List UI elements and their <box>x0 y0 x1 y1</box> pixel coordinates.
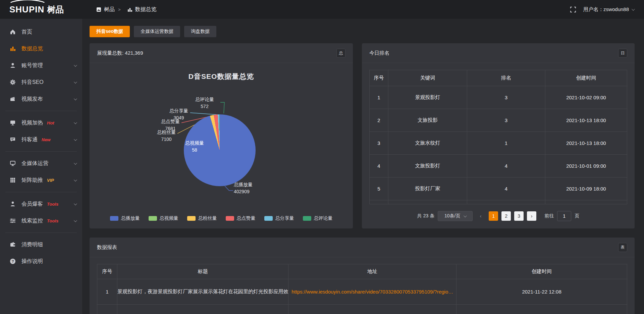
legend-item[interactable]: 总评论量 <box>303 215 333 221</box>
chevron-down-icon <box>464 214 467 217</box>
legend-item[interactable]: 总点赞量 <box>226 215 256 221</box>
sidebar-item-label: 会员爆客 <box>21 201 43 208</box>
sidebar-item-label: 矩阵助推 <box>21 177 43 184</box>
pie-label-comment: 总评论量572 <box>195 96 215 110</box>
sidebar-item-account[interactable]: 账号管理 <box>0 57 82 74</box>
cell-rank: 4 <box>467 177 545 200</box>
sidebar-item-home[interactable]: 首页 <box>0 23 82 40</box>
cell-no: 3 <box>370 132 388 155</box>
legend-item[interactable]: 总播放量 <box>110 215 140 221</box>
column-header: 创建时间 <box>457 264 627 279</box>
badge-tools: Tools <box>47 202 58 207</box>
table-row: 1景观投影灯，夜游景观投影灯厂家展示展示落花灯在花园里的灯光投影应用效果 #ht… <box>97 279 627 305</box>
sidebar-item-data-overview[interactable]: 数据总览 <box>0 40 82 57</box>
sidebar-item-omnimedia[interactable]: 全媒体运营 <box>0 155 82 172</box>
chevron-down-icon <box>74 202 77 205</box>
page-size-select[interactable]: 10条/页 <box>438 211 473 221</box>
total-count: 共 23 条 <box>417 213 434 219</box>
sidebar-divider <box>5 232 77 233</box>
table-row: 5投影灯厂家42021-10-09 18:00 <box>370 177 627 200</box>
sidebar-item-label: 消费明细 <box>21 241 43 248</box>
pie-chart-area: D音SEO数据量总览 总评论量572 总分享量3049 <box>90 63 353 228</box>
chevron-down-icon <box>74 138 77 141</box>
report-corner-button[interactable]: 表 <box>618 243 627 252</box>
chevron-down-icon <box>74 121 77 124</box>
report-link[interactable]: https://www.iesdouyin.com/share/video/70… <box>288 279 457 305</box>
page-button-1[interactable]: 1 <box>489 211 498 221</box>
sidebar-item-video-heat[interactable]: 视频加热 Hot <box>0 114 82 131</box>
sidebar-item-label: 抖音SEO <box>21 79 44 86</box>
sidebar: 首页 数据总览 账号管理 抖音SEO 视频发布 <box>0 19 82 314</box>
user-menu[interactable]: 用户名：zswodun88 <box>583 6 634 13</box>
cell-no: 5 <box>370 177 388 200</box>
tab-omnimedia-data[interactable]: 全媒体运营数据 <box>134 26 180 37</box>
chevron-down-icon <box>74 161 77 165</box>
tab-douyin-seo-data[interactable]: 抖音seo数据 <box>90 26 130 37</box>
table-row: 2文旅投影32021-10-13 18:00 <box>370 109 627 132</box>
cell-time: 2021-10-13 18:00 <box>545 109 627 132</box>
ranking-panel: 今日排名 日 序号 关键词 排名 创建时间 1景观投影灯32021-10-02 … <box>362 43 635 228</box>
sidebar-item-member-burst[interactable]: 会员爆客 Tools <box>0 196 82 212</box>
sidebar-item-douyin-seo[interactable]: 抖音SEO <box>0 74 82 91</box>
ranking-table: 序号 关键词 排名 创建时间 1景观投影灯32021-10-02 09:002文… <box>369 70 627 204</box>
overview-corner-button[interactable]: 总 <box>336 49 345 58</box>
legend-item[interactable]: 总粉丝量 <box>187 215 217 221</box>
sidebar-divider <box>5 151 77 152</box>
cell-keyword: 景观投影灯 <box>388 86 467 109</box>
legend-item[interactable]: 总分享量 <box>264 215 294 221</box>
chevron-down-icon <box>74 80 77 84</box>
breadcrumb-root[interactable]: 树品 <box>104 6 115 13</box>
breadcrumb-current: 数据总览 <box>135 6 157 13</box>
cell-no: 2 <box>370 109 388 132</box>
sidebar-item-label: 视频发布 <box>21 96 43 103</box>
legend-label: 总评论量 <box>314 215 333 221</box>
ranking-panel-title: 今日排名 <box>369 50 389 56</box>
sidebar-divider <box>5 192 77 192</box>
tab-inquiry-data[interactable]: 询盘数据 <box>184 26 216 37</box>
legend-label: 总粉丝量 <box>198 215 217 221</box>
home-icon <box>9 29 16 35</box>
table-header-row: 序号 标题 地址 创建时间 <box>97 264 627 279</box>
table-row: 4文旅投影灯42021-10-01 09:00 <box>370 155 627 177</box>
top-bar: SHUPIN 树品 树品 > 数据总览 用户名：zswodun88 <box>0 0 644 19</box>
cell-time: 2021-11-22 12:08 <box>457 279 627 305</box>
badge-tools: Tools <box>47 218 58 223</box>
sidebar-item-lead-monitor[interactable]: 线索监控 Tools <box>0 212 82 229</box>
user-icon <box>9 62 16 69</box>
report-panel-title: 数据报表 <box>97 244 117 251</box>
legend-item[interactable]: 总视频量 <box>149 215 178 221</box>
pagination: 共 23 条 10条/页 ‹ 1 2 3 › 前往 页 <box>362 211 635 228</box>
sidebar-item-help[interactable]: ? 操作说明 <box>0 253 82 270</box>
column-header: 排名 <box>467 70 545 86</box>
next-page-button[interactable]: › <box>527 211 536 221</box>
cell-keyword: 文旅投影 <box>388 109 467 132</box>
breadcrumb: 树品 > 数据总览 <box>96 6 157 13</box>
sidebar-item-douketong[interactable]: 抖客通 New <box>0 131 82 148</box>
sidebar-item-matrix-boost[interactable]: 矩阵助推 VIP <box>0 172 82 189</box>
legend-swatch <box>187 216 196 221</box>
cell-time: 2021-10-09 18:00 <box>545 177 627 200</box>
cell-no: 1 <box>97 279 117 305</box>
page-button-3[interactable]: 3 <box>514 211 524 221</box>
page-button-2[interactable]: 2 <box>501 211 511 221</box>
table-row-partial <box>97 305 627 314</box>
ranking-corner-button[interactable]: 日 <box>618 49 627 58</box>
chevron-down-icon <box>74 219 77 222</box>
pie-label-fans: 总粉丝量7100 <box>155 129 177 143</box>
sidebar-item-label: 首页 <box>21 29 32 36</box>
legend-swatch <box>264 216 273 221</box>
fullscreen-icon[interactable] <box>570 7 576 12</box>
column-header: 序号 <box>370 70 388 86</box>
sidebar-item-consumption[interactable]: 消费明细 <box>0 236 82 253</box>
legend-swatch <box>149 216 157 221</box>
goto-page-input[interactable] <box>557 211 571 221</box>
breadcrumb-separator: > <box>118 7 121 12</box>
grid-icon <box>9 177 16 184</box>
sidebar-item-video-publish[interactable]: 视频发布 <box>0 91 82 107</box>
prev-page-button[interactable]: ‹ <box>476 211 485 221</box>
column-header: 标题 <box>117 264 288 279</box>
tab-bar: 抖音seo数据 全媒体运营数据 询盘数据 <box>90 26 635 37</box>
cell-keyword: 文旅投影灯 <box>388 155 467 177</box>
column-header: 关键词 <box>388 70 467 86</box>
overview-header-text: 展现量总数: 421,369 <box>97 50 143 56</box>
